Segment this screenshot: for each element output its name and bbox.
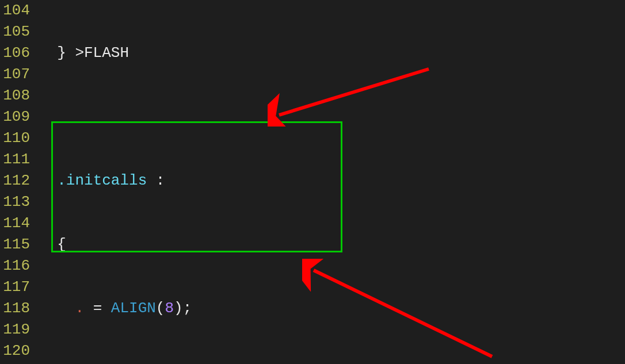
line-number-gutter: 104 105 106 107 108 109 110 111 112 113 … <box>0 0 33 362</box>
code-line[interactable]: { <box>39 234 625 255</box>
code-line[interactable] <box>39 106 625 128</box>
line-number: 120 <box>0 340 30 362</box>
line-number: 109 <box>0 106 30 128</box>
line-number: 107 <box>0 64 30 85</box>
line-number: 116 <box>0 255 30 277</box>
line-number: 104 <box>0 0 30 21</box>
line-number: 117 <box>0 277 30 298</box>
code-line[interactable]: .initcalls : <box>39 170 625 191</box>
code-line[interactable]: __initcall_start = .; <box>39 362 625 364</box>
line-number: 105 <box>0 21 30 43</box>
code-content[interactable]: } >FLASH .initcalls : { . = ALIGN(8); __… <box>39 0 625 364</box>
line-number: 111 <box>0 149 30 170</box>
code-editor[interactable]: 104 105 106 107 108 109 110 111 112 113 … <box>0 0 625 364</box>
line-number: 106 <box>0 43 30 64</box>
code-line[interactable]: . = ALIGN(8); <box>39 298 625 319</box>
line-number: 110 <box>0 128 30 149</box>
line-number: 114 <box>0 213 30 234</box>
line-number: 118 <box>0 298 30 319</box>
line-number: 113 <box>0 191 30 213</box>
line-number: 108 <box>0 85 30 106</box>
line-number: 115 <box>0 234 30 255</box>
code-line[interactable]: } >FLASH <box>39 43 625 64</box>
line-number: 112 <box>0 170 30 191</box>
line-number: 119 <box>0 319 30 340</box>
